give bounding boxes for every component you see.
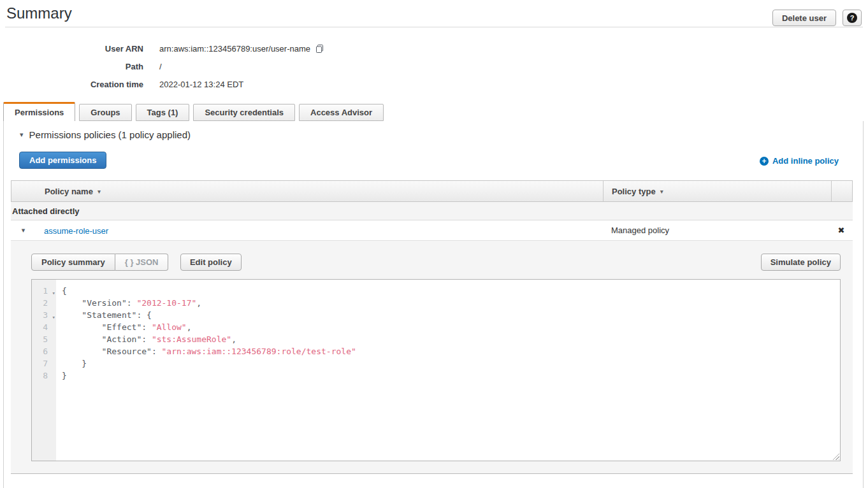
line-number: 8 [32, 370, 56, 382]
header-actions: Delete user ? [772, 10, 862, 26]
sort-caret-icon: ▾ [98, 188, 101, 195]
permissions-policies-section-header[interactable]: ▾ Permissions policies (1 policy applied… [20, 129, 191, 140]
delete-user-button[interactable]: Delete user [772, 10, 836, 26]
policy-table-row: ▾ assume-role-user Managed policy ✖ [11, 220, 853, 240]
section-title: Permissions policies (1 policy applied) [29, 129, 191, 140]
tab-groups[interactable]: Groups [79, 104, 131, 121]
code-line: "Version": "2012-10-17", [62, 297, 840, 309]
line-number: 2 [32, 297, 56, 309]
user-arn-value: arn:aws:iam::123456789:user/user-name [159, 44, 310, 54]
policy-summary-button[interactable]: Policy summary [31, 254, 115, 271]
code-line: "Effect": "Allow", [62, 321, 840, 333]
policy-table: Policy name ▾ Policy type ▾ Attached dir… [11, 180, 853, 240]
policy-detail-toolbar: Policy summary { } JSON Edit policy Simu… [31, 254, 841, 271]
line-number: 3▾ [32, 309, 56, 321]
iam-user-summary-page: Summary Delete user ? User ARN arn:aws:i… [0, 0, 868, 488]
line-number: 1▾ [32, 285, 56, 297]
policy-name-column-header[interactable]: Policy name ▾ [36, 181, 604, 201]
policy-view-toggle: Policy summary { } JSON [31, 254, 168, 271]
policy-detail-panel: Policy summary { } JSON Edit policy Simu… [11, 240, 853, 474]
collapse-caret-icon: ▾ [20, 131, 24, 138]
plus-circle-icon: + [760, 157, 769, 166]
code-line: } [62, 370, 840, 382]
add-permissions-button[interactable]: Add permissions [19, 152, 106, 169]
simulate-policy-button[interactable]: Simulate policy [761, 254, 841, 271]
tab-security-credentials[interactable]: Security credentials [193, 104, 295, 121]
permissions-tab-panel: ▾ Permissions policies (1 policy applied… [3, 121, 864, 488]
sort-caret-icon: ▾ [660, 188, 663, 195]
code-line: { [62, 285, 840, 297]
add-inline-policy-link[interactable]: + Add inline policy [760, 156, 839, 166]
tab-bar: Permissions Groups Tags (1) Security cre… [3, 102, 384, 121]
creation-time-row: Creation time 2022-01-12 13:24 EDT [0, 75, 446, 93]
tab-tags[interactable]: Tags (1) [136, 104, 190, 121]
policy-json-editor[interactable]: 1▾23▾45678 { "Version": "2012-10-17", "S… [31, 279, 841, 461]
help-icon: ? [847, 13, 857, 23]
header-action-column [832, 181, 852, 201]
resize-handle[interactable] [831, 452, 839, 460]
attached-directly-group-row: Attached directly [11, 202, 853, 220]
user-info: User ARN arn:aws:iam::123456789:user/use… [0, 39, 446, 93]
line-number: 7 [32, 357, 56, 370]
row-expand-caret[interactable]: ▾ [11, 227, 36, 234]
editor-code-area[interactable]: { "Version": "2012-10-17", "Statement": … [56, 280, 840, 461]
code-line: "Statement": { [62, 309, 840, 321]
policy-type-column-header[interactable]: Policy type ▾ [604, 181, 832, 201]
path-label: Path [0, 62, 159, 71]
help-button[interactable]: ? [843, 10, 862, 26]
tab-access-advisor[interactable]: Access Advisor [299, 104, 384, 121]
path-row: Path / [0, 57, 446, 75]
code-line: } [62, 357, 840, 370]
user-arn-row: User ARN arn:aws:iam::123456789:user/use… [0, 39, 446, 57]
header-caret-column [11, 181, 36, 201]
path-value: / [159, 62, 162, 71]
line-number: 5 [32, 333, 56, 345]
page-title: Summary [6, 4, 72, 22]
creation-time-label: Creation time [0, 80, 159, 89]
json-view-button[interactable]: { } JSON [115, 254, 169, 271]
line-number: 6 [32, 345, 56, 357]
user-arn-label: User ARN [0, 44, 159, 54]
policy-name-link[interactable]: assume-role-user [44, 226, 108, 236]
tab-permissions[interactable]: Permissions [3, 102, 75, 121]
editor-gutter: 1▾23▾45678 [32, 280, 56, 461]
chevron-down-icon: ▾ [22, 227, 25, 234]
table-header: Policy name ▾ Policy type ▾ [11, 180, 853, 202]
line-number: 4 [32, 321, 56, 333]
edit-policy-button[interactable]: Edit policy [180, 254, 242, 271]
code-line: "Resource": "arn:aws:iam::123456789:role… [62, 345, 840, 357]
code-line: "Action": "sts:AssumeRole", [62, 333, 840, 345]
add-inline-policy-label: Add inline policy [772, 156, 839, 166]
remove-policy-icon[interactable]: ✖ [838, 226, 845, 235]
copy-icon[interactable] [315, 44, 324, 54]
policy-type-cell: Managed policy [603, 226, 831, 235]
header-divider [5, 27, 863, 27]
creation-time-value: 2022-01-12 13:24 EDT [159, 80, 243, 89]
